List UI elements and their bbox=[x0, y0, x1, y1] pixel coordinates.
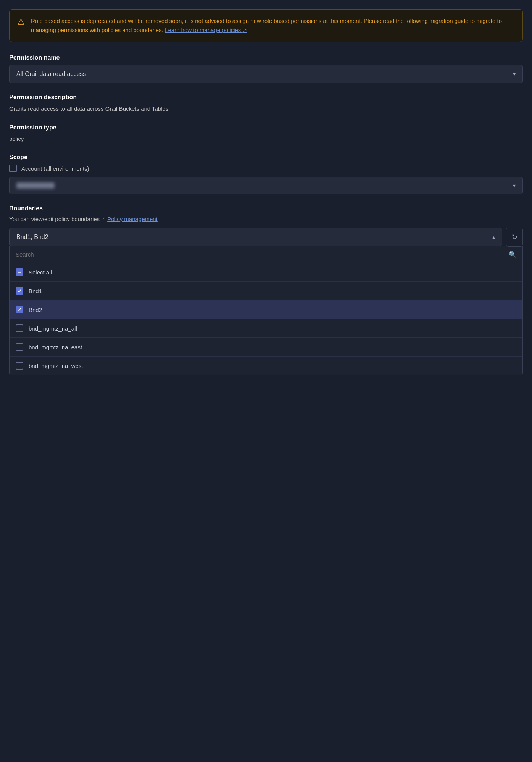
permission-type-label: Permission type bbox=[9, 124, 523, 131]
minus-icon: − bbox=[18, 269, 21, 275]
permission-description-section: Permission description Grants read acces… bbox=[9, 94, 523, 113]
boundaries-description-text: You can view/edit policy boundaries in bbox=[9, 216, 106, 222]
refresh-button[interactable]: ↻ bbox=[506, 228, 523, 247]
permission-type-section: Permission type policy bbox=[9, 124, 523, 144]
chevron-up-icon: ▴ bbox=[492, 234, 495, 240]
check-icon: ✓ bbox=[18, 307, 22, 313]
scope-section: Scope Account (all environments) ▾ bbox=[9, 154, 523, 194]
list-item[interactable]: bnd_mgmtz_na_east bbox=[10, 338, 522, 357]
bnd1-checkbox[interactable]: ✓ bbox=[16, 287, 23, 295]
boundaries-dropdown-panel: 🔍 − Select all ✓ Bnd1 ✓ Bnd2 bnd_mgmtz bbox=[9, 246, 523, 375]
bnd2-label: Bnd2 bbox=[29, 307, 42, 313]
permission-name-value: All Grail data read access bbox=[16, 71, 86, 77]
warning-banner: ⚠ Role based access is deprecated and wi… bbox=[9, 9, 523, 42]
bnd-mgmtz-na-east-checkbox[interactable] bbox=[16, 343, 23, 351]
boundaries-dropdown-row: Bnd1, Bnd2 ▴ ↻ bbox=[9, 228, 523, 247]
check-icon: ✓ bbox=[18, 288, 22, 294]
permission-name-label: Permission name bbox=[9, 54, 523, 61]
account-all-environments-checkbox[interactable] bbox=[9, 165, 17, 172]
boundaries-selected-label: Bnd1, Bnd2 bbox=[16, 234, 48, 241]
list-item[interactable]: ✓ Bnd1 bbox=[10, 282, 522, 300]
bnd2-checkbox[interactable]: ✓ bbox=[16, 306, 23, 313]
list-item[interactable]: ✓ Bnd2 bbox=[10, 300, 522, 319]
external-link-icon: ↗ bbox=[243, 27, 247, 33]
environment-blurred-value bbox=[16, 182, 55, 189]
select-all-checkbox[interactable]: − bbox=[16, 268, 23, 276]
list-item[interactable]: bnd_mgmtz_na_all bbox=[10, 319, 522, 338]
boundaries-description: You can view/edit policy boundaries in P… bbox=[9, 216, 523, 222]
environment-dropdown[interactable]: ▾ bbox=[9, 177, 523, 194]
bnd-mgmtz-na-west-label: bnd_mgmtz_na_west bbox=[29, 363, 83, 369]
search-row: 🔍 bbox=[10, 246, 522, 263]
chevron-down-icon: ▾ bbox=[513, 182, 516, 189]
permission-name-section: Permission name All Grail data read acce… bbox=[9, 54, 523, 83]
boundaries-dropdown[interactable]: Bnd1, Bnd2 ▴ bbox=[9, 228, 502, 246]
warning-message: Role based access is deprecated and will… bbox=[31, 18, 502, 33]
bnd1-label: Bnd1 bbox=[29, 288, 42, 294]
learn-manage-policies-link[interactable]: Learn how to manage policies ↗ bbox=[165, 27, 247, 33]
bnd-mgmtz-na-all-checkbox[interactable] bbox=[16, 324, 23, 332]
bnd-mgmtz-na-west-checkbox[interactable] bbox=[16, 362, 23, 370]
warning-icon: ⚠ bbox=[17, 17, 25, 27]
bnd-mgmtz-na-all-label: bnd_mgmtz_na_all bbox=[29, 325, 77, 332]
account-all-environments-label: Account (all environments) bbox=[21, 165, 89, 172]
select-all-label: Select all bbox=[29, 269, 52, 276]
warning-text: Role based access is deprecated and will… bbox=[31, 16, 515, 35]
policy-management-link[interactable]: Policy management bbox=[107, 216, 158, 222]
list-item[interactable]: bnd_mgmtz_na_west bbox=[10, 357, 522, 375]
list-item[interactable]: − Select all bbox=[10, 263, 522, 282]
boundaries-section: Boundaries You can view/edit policy boun… bbox=[9, 205, 523, 375]
account-all-environments-row: Account (all environments) bbox=[9, 165, 523, 172]
search-icon: 🔍 bbox=[509, 251, 516, 258]
boundaries-label: Boundaries bbox=[9, 205, 523, 212]
permission-description-value: Grants read access to all data across Gr… bbox=[9, 105, 523, 113]
chevron-down-icon: ▾ bbox=[513, 71, 516, 77]
scope-label: Scope bbox=[9, 154, 523, 161]
policy-management-link-text: Policy management bbox=[107, 216, 158, 222]
refresh-icon: ↻ bbox=[512, 233, 517, 241]
bnd-mgmtz-na-east-label: bnd_mgmtz_na_east bbox=[29, 344, 82, 350]
permission-name-dropdown[interactable]: All Grail data read access ▾ bbox=[9, 65, 523, 83]
permission-type-value: policy bbox=[9, 135, 523, 144]
permission-description-label: Permission description bbox=[9, 94, 523, 101]
search-input[interactable] bbox=[16, 251, 505, 258]
warning-link-text: Learn how to manage policies bbox=[165, 27, 241, 33]
